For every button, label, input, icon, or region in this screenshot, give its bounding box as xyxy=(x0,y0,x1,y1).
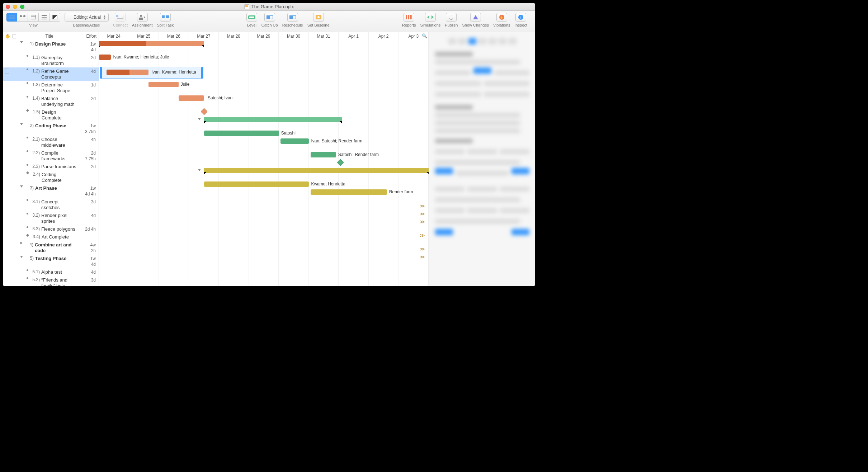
titlebar[interactable]: The Game Plan.oplx xyxy=(3,3,535,11)
group-collapse-icon[interactable] xyxy=(198,118,201,120)
outline-row-r1_2[interactable]: 1.2)Refine Game Concepts4d xyxy=(3,67,99,81)
note-column-icon[interactable] xyxy=(13,34,16,38)
outline-row-r2_3[interactable]: 2.3)Parse framistans2d xyxy=(3,163,99,171)
simulations-button[interactable] xyxy=(425,13,436,22)
catchup-label: Catch Up xyxy=(261,23,278,27)
outline-row-r2_1[interactable]: 2.1)Choose middleware4h xyxy=(3,136,99,149)
gantt-bar[interactable] xyxy=(311,189,387,195)
outline-row-r3_2[interactable]: 3.2)Render pixel sprites4d xyxy=(3,212,99,225)
outline-row-r3_1[interactable]: 3.1)Concept sketches3d xyxy=(3,198,99,212)
offscreen-indicator-icon[interactable]: ≫ xyxy=(420,211,425,217)
row-number: 2.1) xyxy=(30,137,41,142)
outline-row-r1_1[interactable]: 1.1)Gameplay Brainstorm2d xyxy=(3,54,99,67)
note-icon[interactable] xyxy=(5,69,9,74)
gantt-chart[interactable]: Mar 24Mar 25Mar 26Mar 27Mar 28Mar 29Mar … xyxy=(99,32,429,286)
summary-bar[interactable] xyxy=(204,168,429,173)
date-column[interactable]: Mar 24 xyxy=(99,32,129,40)
connect-button[interactable] xyxy=(115,13,126,22)
date-column[interactable]: Mar 30 xyxy=(279,32,309,40)
assignment-button[interactable]: ▼ xyxy=(137,13,148,22)
task-outline[interactable]: ✋ Title Effort 1)Design Phase1w 4d1.1)Ga… xyxy=(3,32,99,286)
outline-row-r5_1[interactable]: 5.1)Alpha test4d xyxy=(3,268,99,276)
setbaseline-button[interactable] xyxy=(313,13,324,22)
view-network-button[interactable] xyxy=(39,13,49,22)
date-column[interactable]: Apr 2 xyxy=(369,32,399,40)
date-column[interactable]: Mar 25 xyxy=(129,32,159,40)
inspect-button[interactable] xyxy=(515,13,526,22)
timeline-header[interactable]: Mar 24Mar 25Mar 26Mar 27Mar 28Mar 29Mar … xyxy=(99,32,429,40)
row-number: 2.3) xyxy=(30,164,41,169)
outline-row-r1[interactable]: 1)Design Phase1w 4d xyxy=(3,40,99,54)
outline-row-r5[interactable]: 5)Testing Phase1w 4d xyxy=(3,255,99,268)
group-collapse-icon[interactable] xyxy=(198,169,201,171)
outline-row-r1_3[interactable]: 1.3)Determine Project Scope1d xyxy=(3,81,99,95)
outline-row-r1_4[interactable]: 1.4)Balance underlying math2d xyxy=(3,95,99,108)
outline-row-r1_5[interactable]: 1.5)Design Complete xyxy=(3,108,99,122)
gantt-bar[interactable] xyxy=(204,131,279,136)
date-column[interactable]: Mar 27 xyxy=(189,32,219,40)
outline-row-r4[interactable]: 4)Combine art and code4w 2h xyxy=(3,241,99,255)
outline-row-r3_3[interactable]: 3.3)Fleece polygons2d 4h xyxy=(3,225,99,233)
summary-bar[interactable] xyxy=(204,117,342,122)
window-title-text: The Game Plan.oplx xyxy=(251,4,294,9)
baseline-popup[interactable]: Editing: Actual ▲▼ xyxy=(65,13,109,22)
row-number: 4) xyxy=(23,242,35,247)
view-calendar-button[interactable] xyxy=(28,13,39,22)
view-resource-button[interactable] xyxy=(17,13,28,22)
outline-row-r3[interactable]: 3)Art Phase1w 4d 4h xyxy=(3,184,99,198)
reschedule-button[interactable] xyxy=(287,13,298,22)
gantt-bar[interactable] xyxy=(280,138,309,144)
date-column[interactable]: Mar 28 xyxy=(219,32,249,40)
outline-row-r2_2[interactable]: 2.2)Compile frameworks2d 7.75h xyxy=(3,149,99,163)
catchup-button[interactable] xyxy=(264,13,275,22)
outline-row-r3_4[interactable]: 3.4)Art Complete xyxy=(3,233,99,241)
view-gantt-button[interactable] xyxy=(6,13,17,22)
title-column-header[interactable]: Title xyxy=(22,34,77,39)
publish-button[interactable] xyxy=(446,13,457,22)
gantt-bar[interactable] xyxy=(204,181,309,187)
outline-row-r2[interactable]: 2)Coding Phase1w 3.75h xyxy=(3,122,99,136)
outline-rows: 1)Design Phase1w 4d1.1)Gameplay Brainsto… xyxy=(3,40,99,286)
disclosure-triangle-icon[interactable] xyxy=(20,185,23,188)
showchanges-button[interactable] xyxy=(470,13,481,22)
view-styles-button[interactable] xyxy=(49,13,60,22)
date-column[interactable]: Mar 31 xyxy=(309,32,339,40)
gantt-bar[interactable] xyxy=(179,95,204,101)
disclosure-triangle-icon[interactable] xyxy=(20,256,23,258)
offscreen-indicator-icon[interactable]: ≫ xyxy=(420,219,425,225)
magnifier-icon[interactable]: 🔍 xyxy=(422,33,427,38)
row-title: Fleece polygons xyxy=(41,226,79,232)
effort-column-header[interactable]: Effort xyxy=(77,34,99,39)
row-title: Refine Game Concepts xyxy=(41,69,79,80)
row-number: 1) xyxy=(24,41,35,46)
bar-label: Satoshi xyxy=(281,131,296,136)
row-number: 1.5) xyxy=(30,109,42,114)
disclosure-triangle-icon[interactable] xyxy=(20,123,23,125)
summary-bar[interactable] xyxy=(99,41,204,46)
resize-handle-left[interactable] xyxy=(100,67,102,79)
outline-row-r2_4[interactable]: 2.4)Coding Complete xyxy=(3,171,99,184)
resize-handle-right[interactable] xyxy=(201,67,203,79)
offscreen-indicator-icon[interactable]: ≫ xyxy=(420,203,425,209)
gantt-bar[interactable] xyxy=(311,152,336,157)
gantt-bar[interactable] xyxy=(107,70,148,75)
connect-icon xyxy=(117,15,123,19)
date-column[interactable]: Apr 1 xyxy=(339,32,369,40)
gantt-body[interactable]: Ivan; Kwame; Henrietta; JulieIvan; Kwame… xyxy=(99,40,429,286)
date-column[interactable]: Mar 26 xyxy=(159,32,189,40)
offscreen-indicator-icon[interactable]: ≫ xyxy=(420,254,425,260)
hand-icon[interactable]: ✋ xyxy=(5,34,10,39)
reports-button[interactable] xyxy=(404,13,414,22)
gantt-bar[interactable] xyxy=(99,55,111,60)
outline-row-r5_2[interactable]: 5.2)“Friends and family” beta3d xyxy=(3,276,99,286)
offscreen-indicator-icon[interactable]: ≫ xyxy=(420,232,425,238)
date-column[interactable]: Mar 29 xyxy=(249,32,279,40)
inspector-panel[interactable] xyxy=(429,32,535,286)
level-button[interactable] xyxy=(246,13,257,22)
disclosure-triangle-icon[interactable] xyxy=(20,41,23,43)
violations-button[interactable] xyxy=(496,13,507,22)
row-effort: 4h xyxy=(79,137,97,142)
gantt-bar[interactable] xyxy=(148,82,179,87)
split-button[interactable] xyxy=(160,13,171,22)
offscreen-indicator-icon[interactable]: ≫ xyxy=(420,246,425,252)
